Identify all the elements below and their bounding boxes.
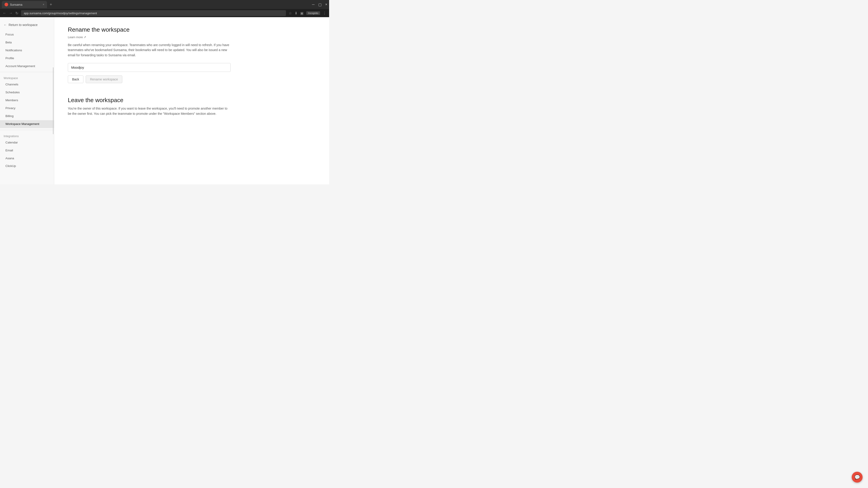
refresh-button[interactable]: ↻ [16,11,18,15]
incognito-badge: Incognito [306,11,320,15]
leave-section-title: Leave the workspace [68,97,230,104]
tab-search-icon[interactable]: ▣ [300,11,304,15]
forward-nav-button[interactable]: → [9,11,13,15]
sidebar-item-workspace-management[interactable]: Workspace Management [0,120,54,128]
integrations-section: Integrations Calendar Email Asana ClickU… [0,132,54,170]
sidebar-item-beta[interactable]: Beta [0,39,54,46]
browser-tabs: Sunsama × + [2,1,310,8]
schedules-label: Schedules [5,91,20,94]
close-button[interactable]: × [325,2,327,6]
rename-workspace-button[interactable]: Rename workspace [86,75,122,83]
back-nav-button[interactable]: ← [3,11,6,15]
url-text: app.sunsama.com/group/moodjoy/settings/m… [24,11,97,15]
integrations-group-label: Integrations [0,132,54,139]
privacy-label: Privacy [5,106,16,110]
menu-icon[interactable]: ⋮ [323,11,327,15]
focus-label: Focus [5,33,14,36]
rename-section: Rename the workspace Learn more ↗ Be car… [68,26,230,83]
asana-label: Asana [5,157,14,160]
sidebar-item-schedules[interactable]: Schedules [0,89,54,96]
tab-favicon [4,3,8,6]
scroll-indicator [53,67,54,134]
members-label: Members [5,98,18,102]
leave-section: Leave the workspace You're the owner of … [68,97,230,116]
rename-button-row: Back Rename workspace [68,75,230,83]
new-tab-button[interactable]: + [48,1,54,8]
download-icon[interactable]: ⬇ [294,11,298,15]
back-button[interactable]: Back [68,75,84,83]
sidebar-item-asana[interactable]: Asana [0,155,54,162]
workspace-name-input[interactable] [68,63,230,72]
back-arrow-icon: ← [4,23,7,27]
sidebar-item-channels[interactable]: Channels [0,80,54,89]
leave-description: You're the owner of this workspace. If y… [68,106,230,116]
workspace-group-label: Workspace [0,74,54,80]
app-layout: ← Return to workspace Focus Beta Notific… [0,17,329,184]
tab-label: Sunsama [10,3,22,6]
workspace-section: Workspace Channels Schedules Members Pri… [0,74,54,128]
account-management-label: Account Management [5,64,35,68]
return-label: Return to workspace [8,23,37,27]
main-content: Rename the workspace Learn more ↗ Be car… [54,17,329,184]
external-link-icon: ↗ [84,35,86,39]
channels-label: Channels [5,83,18,86]
sidebar-item-clickup[interactable]: ClickUp [0,162,54,170]
sidebar-item-members[interactable]: Members [0,96,54,104]
beta-label: Beta [5,41,12,44]
sidebar-item-billing[interactable]: Billing [0,112,54,120]
minimize-button[interactable]: ─ [312,2,314,6]
tab-close-btn[interactable]: × [43,3,44,6]
email-label: Email [5,149,13,152]
workspace-management-label: Workspace Management [5,122,39,126]
learn-more-link[interactable]: Learn more ↗ [68,35,230,39]
rename-description: Be careful when renaming your workspace.… [68,42,230,58]
address-bar: ← → ↻ app.sunsama.com/group/moodjoy/sett… [0,9,329,17]
calendar-label: Calendar [5,141,18,144]
profile-label: Profile [5,57,14,60]
sidebar-item-calendar[interactable]: Calendar [0,139,54,147]
window-controls: ─ ▢ × [312,2,327,7]
active-tab[interactable]: Sunsama × [2,1,47,8]
maximize-button[interactable]: ▢ [318,2,322,7]
notifications-label: Notifications [5,48,22,52]
clickup-label: ClickUp [5,164,16,168]
url-bar[interactable]: app.sunsama.com/group/moodjoy/settings/m… [21,10,286,16]
bookmark-icon[interactable]: ☆ [289,11,292,15]
browser-chrome: Sunsama × + ─ ▢ × [0,0,329,9]
personal-section: Focus Beta Notifications Profile Account… [0,31,54,70]
rename-section-title: Rename the workspace [68,26,230,33]
learn-more-text: Learn more [68,35,83,39]
sidebar-item-notifications[interactable]: Notifications [0,46,54,55]
sidebar-item-email[interactable]: Email [0,147,54,155]
sidebar: ← Return to workspace Focus Beta Notific… [0,17,54,184]
billing-label: Billing [5,114,13,118]
sidebar-item-privacy[interactable]: Privacy [0,104,54,112]
sidebar-divider-1 [0,72,54,72]
sidebar-item-focus[interactable]: Focus [0,31,54,39]
return-to-workspace-link[interactable]: ← Return to workspace [0,21,54,29]
sidebar-item-account-management[interactable]: Account Management [0,62,54,70]
sidebar-item-profile[interactable]: Profile [0,55,54,62]
address-icons: ☆ ⬇ ▣ Incognito ⋮ [289,11,327,15]
